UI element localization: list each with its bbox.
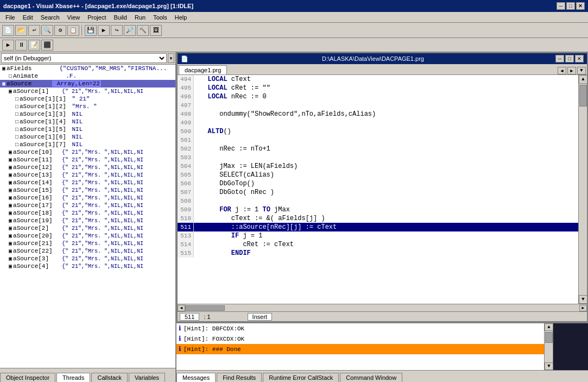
tree-item-asource21b[interactable]: ▣ aSource[21] {" 21","Mrs. ",NIL,NIL,NI	[0, 240, 175, 247]
close-button[interactable]: ✕	[576, 2, 585, 10]
tree-item-asource14[interactable]: □ aSource[1][4] NIL	[0, 118, 175, 126]
tree-item-asource22b[interactable]: ▣ aSource[22] {" 21","Mrs. ",NIL,NIL,NI	[0, 247, 175, 255]
msg-line-1[interactable]: ℹ [Hint]: DBFCDX:OK	[176, 323, 544, 334]
msg-scroll-down[interactable]: ▼	[545, 362, 553, 370]
code-line-506: 506 DbGoTop()	[178, 179, 578, 188]
tree-item-asource11[interactable]: □ aSource[1][1] " 21"	[0, 95, 175, 103]
save-button[interactable]: 💾	[85, 25, 97, 36]
menu-edit[interactable]: Edit	[20, 14, 36, 21]
code-horizontal-scrollbar[interactable]: ◀ ▶	[178, 304, 587, 311]
msg-line-3[interactable]: ℹ [Hint]: ### Done	[176, 344, 544, 354]
minimize-button[interactable]: ─	[557, 2, 565, 10]
tree-item-asource14b[interactable]: ▣ aSource[14] {" 21","Mrs. ",NIL,NIL,NI	[0, 179, 175, 186]
tree-item-asource2b[interactable]: ▣ aSource[2] {" 21","Mrs. ",NIL,NIL,NI	[0, 224, 175, 232]
tool5[interactable]: 📋	[67, 25, 79, 36]
pause-button[interactable]: ⏸	[15, 40, 27, 51]
tree-item-asource13[interactable]: □ aSource[1][3] NIL	[0, 110, 175, 118]
find2-button[interactable]: 🔎	[124, 25, 136, 36]
nav-back-btn[interactable]: ◀	[558, 67, 566, 74]
tree-item-asource15[interactable]: □ aSource[1][5] NIL	[0, 126, 175, 133]
tree-item-asource[interactable]: ▣ aSource Array,Len=22	[0, 80, 175, 87]
tree-item-asource19b[interactable]: ▣ aSource[19] {" 21","Mrs. ",NIL,NIL,NI	[0, 217, 175, 224]
build-button[interactable]: 🔨	[137, 25, 149, 36]
tab-object-inspector[interactable]: Object Inspector	[0, 373, 55, 382]
tree-item-afields[interactable]: ▣ aFields {"CUSTNO","MR_MRS","FIRSTNA...	[0, 65, 175, 72]
scroll-thumb[interactable]	[579, 85, 587, 107]
find-button[interactable]: 🔍	[41, 25, 53, 36]
tab-find-results[interactable]: Find Results	[217, 373, 262, 382]
tree-item-asource11b[interactable]: ▣ aSource[11] {" 21","Mrs. ",NIL,NIL,NI	[0, 156, 175, 164]
redo-button[interactable]: ↪	[111, 25, 123, 36]
editor-minimize-btn[interactable]: ─	[555, 55, 564, 62]
h-scroll-right-btn[interactable]: ▶	[579, 305, 587, 311]
scroll-down-btn[interactable]: ▼	[579, 295, 587, 304]
msg-scroll-thumb[interactable]	[545, 332, 553, 343]
code-vertical-scrollbar[interactable]: ▲ ▼	[578, 75, 587, 304]
compile-button[interactable]: ⚙	[54, 25, 66, 36]
open-button[interactable]: 📂	[15, 25, 27, 36]
tree-item-asource17b[interactable]: ▣ aSource[17] {" 21","Mrs. ",NIL,NIL,NI	[0, 202, 175, 209]
undo-button[interactable]: ↩	[28, 25, 40, 36]
tab-variables[interactable]: Variables	[129, 373, 165, 382]
tree-item-asource12[interactable]: □ aSource[1][2] "Mrs. "	[0, 103, 175, 110]
tree-item-asource10[interactable]: ▣ aSource[10] {" 21","Mrs. ",NIL,NIL,NI	[0, 148, 175, 156]
tab-command-window[interactable]: Command Window	[340, 373, 402, 382]
tree-item-asource16[interactable]: □ aSource[1][6] NIL	[0, 133, 175, 141]
tree-item-asource4b[interactable]: ▣ aSource[4] {" 21","Mrs. ",NIL,NIL,NI	[0, 262, 175, 270]
stop-button[interactable]: ⬛	[41, 40, 53, 51]
tab-runtime-error[interactable]: Runtime Error CallStack	[263, 373, 339, 382]
menu-build[interactable]: Build	[110, 14, 130, 21]
h-scroll-track[interactable]	[185, 305, 579, 311]
menu-tools[interactable]: Tools	[150, 14, 170, 21]
tree-item-asource20b[interactable]: ▣ aSource[20] {" 21","Mrs. ",NIL,NIL,NI	[0, 232, 175, 240]
tab-threads[interactable]: Threads	[56, 373, 90, 382]
editor-tab-dacpage1[interactable]: dacpage1.prg	[179, 65, 227, 74]
expand-icon: □	[15, 96, 18, 102]
editor-maximize-btn[interactable]: □	[565, 55, 574, 62]
tree-item-asource3b[interactable]: ▣ aSource[3] {" 21","Mrs. ",NIL,NIL,NI	[0, 255, 175, 262]
code-line-502: 502 nRec := nTo+1	[178, 145, 578, 153]
new-button[interactable]: 📄	[2, 25, 14, 36]
nav-down-btn[interactable]: ▼	[577, 67, 586, 74]
menu-help[interactable]: Help	[172, 14, 191, 21]
tree-item-asource17[interactable]: □ aSource[1][7] NIL	[0, 141, 175, 148]
tree-item-asource16b[interactable]: ▣ aSource[16] {" 21","Mrs. ",NIL,NIL,NI	[0, 194, 175, 202]
tree-item-asource1[interactable]: ▣ aSource[1] {" 21","Mrs. ",NIL,NIL,NI	[0, 87, 175, 95]
variable-tree[interactable]: ▣ aFields {"CUSTNO","MR_MRS","FIRSTNA...…	[0, 65, 175, 368]
scroll-up-btn[interactable]: ▲	[579, 75, 587, 84]
tab-callstack[interactable]: Callstack	[91, 373, 128, 382]
nav-forward-btn[interactable]: ▶	[567, 67, 576, 74]
menu-file[interactable]: File	[2, 14, 18, 21]
message-scrollbar[interactable]: ▲ ▼	[544, 323, 553, 370]
context-select[interactable]: self (in Debugger)	[1, 53, 167, 63]
scroll-track[interactable]	[579, 84, 587, 295]
menu-run[interactable]: Run	[131, 14, 149, 21]
code-content[interactable]: 494 LOCAL cText 495 LOCAL cRet := "" 496…	[178, 75, 578, 304]
tab-messages[interactable]: Messages	[176, 373, 216, 382]
msg-line-2[interactable]: ℹ [Hint]: FOXCDX:OK	[176, 334, 544, 344]
msg-scroll-up[interactable]: ▲	[545, 323, 553, 331]
h-scroll-left-btn[interactable]: ◀	[178, 305, 185, 311]
message-list[interactable]: ℹ [Hint]: DBFCDX:OK ℹ [Hint]: FOXCDX:OK …	[176, 323, 544, 370]
new2-button[interactable]: 📝	[28, 40, 40, 51]
h-scroll-thumb[interactable]	[185, 305, 225, 311]
tree-item-asource13b[interactable]: ▣ aSource[13] {" 21","Mrs. ",NIL,NIL,NI	[0, 171, 175, 179]
maximize-button[interactable]: □	[566, 2, 575, 10]
run-button[interactable]: ▶	[2, 40, 14, 51]
expand-icon: □	[15, 104, 18, 110]
msg-scroll-track[interactable]	[545, 331, 553, 362]
tree-item-asource18b[interactable]: ▣ aSource[18] {" 21","Mrs. ",NIL,NIL,NI	[0, 209, 175, 217]
tool6[interactable]: 🖼	[150, 25, 162, 36]
tree-item-animate[interactable]: □ Animate .F.	[0, 72, 175, 80]
debug-button[interactable]: ▶	[98, 25, 110, 36]
menu-search[interactable]: Search	[37, 14, 63, 21]
app-title: dacpage1 - Visual Xbase++ - [dacpage1.ex…	[3, 3, 193, 9]
tree-item-asource12b[interactable]: ▣ aSource[12] {" 21","Mrs. ",NIL,NIL,NI	[0, 164, 175, 171]
context-dropdown-btn[interactable]: ▼	[168, 53, 174, 63]
editor-close-btn[interactable]: ✕	[575, 55, 584, 62]
toolbar-row-2: ▶ ⏸ 📝 ⬛	[0, 38, 588, 52]
editor-window-controls: ─ □ ✕	[555, 55, 584, 62]
tree-item-asource15b[interactable]: ▣ aSource[15] {" 21","Mrs. ",NIL,NIL,NI	[0, 186, 175, 194]
menu-view[interactable]: View	[64, 14, 84, 21]
menu-project[interactable]: Project	[84, 14, 109, 21]
